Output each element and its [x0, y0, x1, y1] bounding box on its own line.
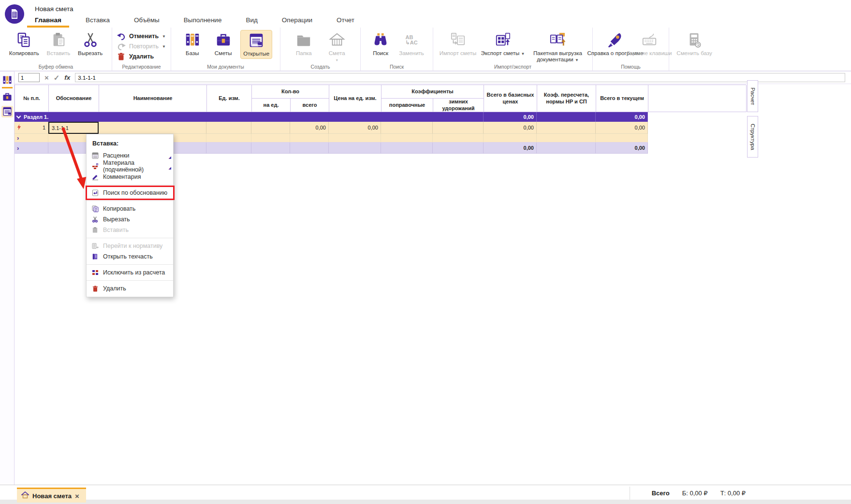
- document-tab[interactable]: Новая смета ×: [17, 488, 86, 503]
- col-coeff-corr[interactable]: поправочные: [381, 99, 433, 112]
- menu-separator: [87, 238, 173, 238]
- col-price[interactable]: Цена на ед. изм.: [329, 85, 381, 112]
- col-qty-total[interactable]: всего: [291, 99, 329, 112]
- estimates-button[interactable]: Сметы: [210, 30, 237, 58]
- replace-icon: AB↳AC: [403, 31, 420, 49]
- copy-small-icon: [91, 205, 99, 213]
- redo-caret-icon[interactable]: ▼: [162, 44, 166, 49]
- export-estimate-label: Экспорт сметы ▼: [481, 50, 525, 57]
- tab-operacii[interactable]: Операции: [282, 14, 312, 28]
- rail-bases-icon[interactable]: [1, 74, 13, 86]
- col-total-current[interactable]: Всего в текущем: [596, 85, 648, 112]
- side-tab-structure[interactable]: Структура: [747, 116, 758, 158]
- new-estimate-button[interactable]: Смета ▾: [323, 30, 351, 64]
- col-coeff[interactable]: Коэффициенты: [381, 85, 484, 99]
- collapse-chevron-icon[interactable]: [16, 114, 21, 119]
- item-name-cell[interactable]: [99, 122, 206, 134]
- export-estimate-button[interactable]: Экспорт сметы ▼: [479, 30, 527, 58]
- submenu-arrow-icon: ◢: [169, 156, 171, 159]
- close-icon[interactable]: ×: [75, 492, 79, 500]
- menu-item-cut[interactable]: Вырезать: [87, 214, 173, 225]
- item-num-cell[interactable]: 1: [15, 122, 48, 134]
- col-coeff-winter[interactable]: зимних удорожаний: [433, 99, 484, 112]
- menu-item-copy[interactable]: Копировать: [87, 203, 173, 214]
- col-name[interactable]: Наименование: [99, 85, 207, 112]
- delete-button[interactable]: Удалить: [117, 53, 166, 60]
- item-price[interactable]: 0,00: [329, 122, 381, 134]
- techpart-icon: [91, 253, 99, 260]
- menu-item-open-techpart[interactable]: Открыть техчасть: [87, 251, 173, 262]
- rocket-icon: [607, 31, 624, 49]
- item-code-cell-selected[interactable]: 3.1-1-1: [48, 122, 99, 134]
- menu-item-delete[interactable]: Удалить: [87, 283, 173, 294]
- menu-item-comment[interactable]: Комментария: [87, 172, 173, 182]
- comment-icon: [91, 173, 99, 181]
- ribbon: Копировать Вставить Вырезать Буфер обмен…: [0, 28, 851, 71]
- tab-glavnaya[interactable]: Главная: [35, 14, 61, 28]
- col-num[interactable]: № п.п.: [15, 85, 49, 112]
- tab-obyomy[interactable]: Объёмы: [134, 14, 160, 28]
- col-total-base[interactable]: Всего в базисных ценах: [484, 85, 537, 112]
- hotkeys-button[interactable]: Горячие клавиши: [634, 30, 665, 58]
- group-database: Сменить базу: [669, 28, 719, 71]
- cut-button[interactable]: Вырезать: [75, 30, 105, 58]
- undo-button[interactable]: Отменить ▼: [117, 32, 166, 40]
- new-folder-label: Папка: [296, 50, 312, 57]
- menu-item-search-by-code[interactable]: Поиск по обоснованию: [87, 187, 173, 198]
- side-tab-calculation[interactable]: Расчет: [747, 80, 758, 112]
- rail-estimates-icon[interactable]: [1, 91, 13, 103]
- import-estimate-button[interactable]: Импорт сметы: [437, 30, 479, 58]
- trash-icon: [117, 53, 126, 60]
- group-label-import-export: Импорт/экспорт: [433, 64, 592, 70]
- folder-icon: [295, 31, 312, 49]
- col-qty-per[interactable]: на ед.: [252, 99, 291, 112]
- cut-label: Вырезать: [78, 50, 103, 57]
- redo-button[interactable]: Повторить ▼: [117, 43, 166, 50]
- document-tab-label: Новая смета: [32, 492, 72, 500]
- calculator-icon: [686, 31, 703, 49]
- batch-export-button[interactable]: Пакетная выгрузка документации ▼: [527, 30, 588, 64]
- totals-chevron-icon[interactable]: ›: [17, 145, 19, 151]
- item-qty-total[interactable]: 0,00: [290, 122, 329, 134]
- tab-vstavka[interactable]: Вставка: [86, 14, 110, 28]
- col-basis[interactable]: Обоснование: [49, 85, 99, 112]
- opened-button[interactable]: Открытые: [240, 30, 272, 59]
- menu-item-goto-standard[interactable]: Перейти к нормативу: [87, 241, 173, 251]
- copy-button[interactable]: Копировать: [7, 30, 42, 58]
- section-row[interactable]: Раздел 1. 0,00 0,00: [15, 112, 746, 122]
- undo-caret-icon[interactable]: ▼: [162, 34, 166, 39]
- col-recalc[interactable]: Коэф. пересчета, нормы НР и СП: [537, 85, 596, 112]
- menu-item-exclude[interactable]: Исключить из расчета: [87, 267, 173, 278]
- col-unit[interactable]: Ед. изм.: [207, 85, 252, 112]
- check-icon[interactable]: ✓: [54, 74, 60, 81]
- item-total-base[interactable]: 0,00: [484, 122, 537, 134]
- totals-chevron-cell[interactable]: ›: [15, 143, 48, 154]
- bases-button[interactable]: Базы: [179, 30, 206, 58]
- new-estimate-caret-icon[interactable]: ▾: [336, 58, 338, 62]
- item-total-current[interactable]: 0,00: [596, 122, 648, 134]
- menu-item-material[interactable]: Материала (подчинённой) ◢: [87, 161, 173, 172]
- cancel-icon[interactable]: ×: [44, 74, 49, 81]
- new-folder-button[interactable]: Папка: [290, 30, 317, 58]
- replace-button[interactable]: AB↳AC Заменить: [396, 30, 426, 58]
- batch-export-caret-icon[interactable]: ▼: [575, 58, 579, 62]
- export-caret-icon[interactable]: ▼: [521, 52, 525, 56]
- tab-otchet[interactable]: Отчет: [337, 14, 354, 28]
- tab-vypolnenie[interactable]: Выполнение: [184, 14, 222, 28]
- search-by-code-icon: [91, 189, 99, 197]
- rail-opened-icon[interactable]: [1, 106, 13, 117]
- paste-button[interactable]: Вставить: [44, 30, 73, 58]
- expand-chevron-cell[interactable]: ›: [15, 134, 48, 143]
- house-icon: [328, 31, 346, 49]
- item-row[interactable]: 1 3.1-1-1 0,00 0,00 0,00 0,00: [15, 122, 746, 134]
- redo-label: Повторить: [129, 43, 159, 50]
- formula-input[interactable]: [75, 73, 845, 82]
- menu-separator: [87, 280, 173, 281]
- search-button[interactable]: Поиск: [367, 30, 394, 58]
- change-database-button[interactable]: Сменить базу: [674, 30, 714, 58]
- row-number-input[interactable]: [18, 73, 40, 82]
- tab-vid[interactable]: Вид: [246, 14, 257, 28]
- menu-item-paste[interactable]: Вставить: [87, 225, 173, 235]
- col-qty[interactable]: Кол-во: [252, 85, 329, 99]
- expand-chevron-icon[interactable]: ›: [17, 135, 19, 141]
